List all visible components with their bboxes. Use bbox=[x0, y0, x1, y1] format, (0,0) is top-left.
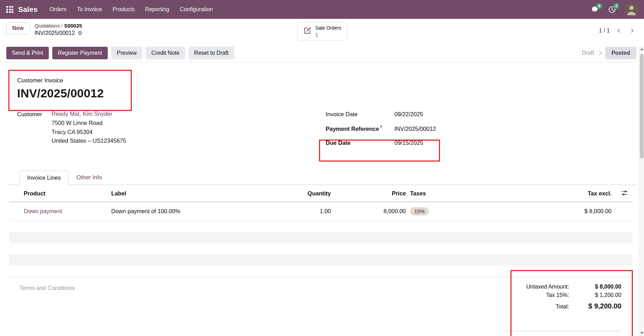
address-line: 7500 W Linne Road bbox=[52, 119, 126, 128]
tax-label: Tax 15%: bbox=[506, 292, 569, 298]
line-tax-tag[interactable]: 15% bbox=[410, 207, 429, 215]
nav-item-products[interactable]: Products bbox=[113, 6, 135, 13]
totals-block: Untaxed Amount: $ 8,000.00 Tax 15%: $ 1,… bbox=[506, 283, 621, 336]
empty-row bbox=[9, 232, 632, 243]
invoice-form-sheet: Customer Invoice INV/2025/00012 Customer… bbox=[0, 62, 644, 336]
control-panel: New Quotations/S00025 INV/2025/00012 ⚙ S… bbox=[0, 19, 644, 40]
nav-item-reporting[interactable]: Reporting bbox=[145, 6, 169, 13]
sale-orders-stat-button[interactable]: Sale Orders 1 bbox=[297, 22, 347, 40]
activities-badge: 2 bbox=[613, 3, 619, 9]
messages-icon[interactable]: 6 bbox=[591, 6, 599, 13]
line-quantity[interactable]: 1.00 bbox=[261, 202, 331, 221]
status-arrow-icon bbox=[597, 51, 602, 55]
line-label[interactable]: Down payment of 100.00% bbox=[111, 202, 261, 221]
untaxed-amount-value: $ 8,000.00 bbox=[569, 284, 621, 290]
breadcrumb-current: INV/2025/00012 bbox=[35, 29, 75, 37]
pager-text: 1 / 1 bbox=[599, 28, 610, 34]
terms-and-conditions-placeholder[interactable]: Terms and Conditions bbox=[19, 283, 75, 336]
tab-invoice-lines[interactable]: Invoice Lines bbox=[19, 171, 69, 185]
scrollbar-down-arrow[interactable] bbox=[640, 332, 644, 334]
help-icon[interactable]: ? bbox=[380, 125, 382, 129]
send-print-button[interactable]: Send & Print bbox=[6, 47, 49, 59]
table-header-row: Product Label Quantity Price Taxes Tax e… bbox=[9, 185, 632, 202]
amount-due-row: Amount Due: $ 9,200.00 bbox=[506, 331, 621, 336]
breadcrumb: Quotations/S00025 INV/2025/00012 ⚙ bbox=[35, 22, 83, 37]
amount-due-value: $ 9,200.00 bbox=[569, 335, 621, 336]
nav-item-to-invoice[interactable]: To Invoice bbox=[77, 6, 102, 13]
column-header-label[interactable]: Label bbox=[111, 185, 261, 202]
customer-label: Customer bbox=[17, 111, 52, 118]
credit-note-button[interactable]: Credit Note bbox=[146, 47, 185, 59]
customer-block: Customer Ready Mat, Kim Snyder 7500 W Li… bbox=[0, 111, 126, 153]
new-button[interactable]: New bbox=[6, 22, 30, 34]
nav-item-orders[interactable]: Orders bbox=[50, 6, 67, 13]
column-header-quantity[interactable]: Quantity bbox=[261, 185, 331, 202]
empty-row bbox=[9, 266, 632, 277]
line-product-link[interactable]: Down payment bbox=[24, 208, 62, 214]
messages-badge: 6 bbox=[596, 3, 602, 9]
notebook-tabs: Invoice Lines Other Info bbox=[8, 171, 636, 185]
scrollbar-thumb[interactable] bbox=[640, 54, 644, 158]
nav-item-configuration[interactable]: Configuration bbox=[180, 6, 213, 13]
invoice-dates-block: Invoice Date 09/22/2025 Payment Referenc… bbox=[326, 111, 644, 153]
total-value: $ 9,200.00 bbox=[569, 302, 621, 310]
column-header-price[interactable]: Price bbox=[331, 185, 406, 202]
untaxed-amount-row: Untaxed Amount: $ 8,000.00 bbox=[506, 283, 621, 291]
due-date-value[interactable]: 09/15/2025 bbox=[394, 140, 644, 146]
reset-to-draft-button[interactable]: Reset to Draft bbox=[189, 47, 234, 59]
status-draft[interactable]: Draft bbox=[579, 47, 597, 59]
tax-value: $ 1,200.00 bbox=[569, 292, 621, 298]
action-bar: Send & Print Register Payment Preview Cr… bbox=[0, 40, 644, 62]
empty-row bbox=[9, 243, 632, 254]
statusbar: Draft Posted bbox=[579, 47, 636, 59]
invoice-lines-table: Product Label Quantity Price Taxes Tax e… bbox=[9, 185, 632, 277]
stat-button-label: Sale Orders bbox=[315, 25, 341, 31]
address-line: United States – US12345675 bbox=[52, 136, 126, 145]
tab-other-info[interactable]: Other Info bbox=[69, 171, 109, 185]
pager: 1 / 1 bbox=[599, 22, 636, 35]
breadcrumb-quotations[interactable]: Quotations bbox=[35, 23, 60, 29]
invoice-date-value[interactable]: 09/22/2025 bbox=[394, 111, 644, 118]
tax-row: Tax 15%: $ 1,200.00 bbox=[506, 291, 621, 299]
column-header-taxes[interactable]: Taxes bbox=[406, 185, 493, 202]
gear-icon[interactable]: ⚙ bbox=[78, 30, 83, 36]
optional-columns-icon[interactable] bbox=[616, 185, 632, 202]
document-type-label: Customer Invoice bbox=[17, 77, 644, 84]
register-payment-button[interactable]: Register Payment bbox=[52, 47, 108, 59]
empty-row bbox=[9, 254, 632, 266]
status-posted[interactable]: Posted bbox=[605, 47, 636, 59]
app-brand[interactable]: Sales bbox=[18, 5, 38, 14]
column-header-tax-excl[interactable]: Tax excl. bbox=[493, 185, 616, 202]
vertical-scrollbar[interactable] bbox=[639, 46, 644, 336]
invoice-number-title: INV/2025/00012 bbox=[17, 87, 644, 100]
untaxed-amount-label: Untaxed Amount: bbox=[506, 284, 569, 290]
apps-grid-icon[interactable] bbox=[6, 6, 13, 13]
activities-icon[interactable]: 2 bbox=[608, 6, 616, 14]
preview-button[interactable]: Preview bbox=[111, 47, 142, 59]
invoice-line-row[interactable]: Down payment Down payment of 100.00% 1.0… bbox=[9, 202, 632, 221]
form-fields-section: Customer Ready Mat, Kim Snyder 7500 W Li… bbox=[0, 111, 644, 153]
total-label: Total: bbox=[506, 304, 569, 310]
edit-document-icon bbox=[303, 26, 312, 37]
invoice-date-label: Invoice Date bbox=[326, 111, 394, 118]
breadcrumb-sale-order[interactable]: S00025 bbox=[64, 23, 82, 29]
customer-name-link[interactable]: Ready Mat, Kim Snyder bbox=[52, 111, 126, 117]
pager-previous-icon[interactable] bbox=[615, 27, 623, 35]
payment-reference-value[interactable]: INV/2025/00012 bbox=[394, 126, 644, 132]
scrollbar-up-arrow[interactable] bbox=[640, 48, 644, 50]
sheet-footer: Terms and Conditions Untaxed Amount: $ 8… bbox=[8, 277, 636, 336]
payment-reference-label: Payment Reference? bbox=[326, 125, 394, 132]
total-row: Total: $ 9,200.00 bbox=[506, 299, 621, 311]
pager-next-icon[interactable] bbox=[628, 27, 636, 35]
column-header-product[interactable]: Product bbox=[9, 185, 111, 202]
address-line: Tracy CA 95304 bbox=[52, 128, 126, 137]
due-date-label: Due Date bbox=[326, 139, 394, 146]
empty-row bbox=[9, 221, 632, 232]
user-avatar[interactable] bbox=[625, 3, 638, 16]
stat-button-count: 1 bbox=[315, 32, 318, 38]
document-header: Customer Invoice INV/2025/00012 bbox=[0, 62, 644, 100]
customer-address: 7500 W Linne Road Tracy CA 95304 United … bbox=[52, 119, 126, 145]
top-navbar: Sales Orders To Invoice Products Reporti… bbox=[0, 0, 644, 19]
line-price[interactable]: 8,000.00 bbox=[331, 202, 406, 221]
line-tax-excl[interactable]: $ 8,000.00 bbox=[493, 202, 616, 221]
